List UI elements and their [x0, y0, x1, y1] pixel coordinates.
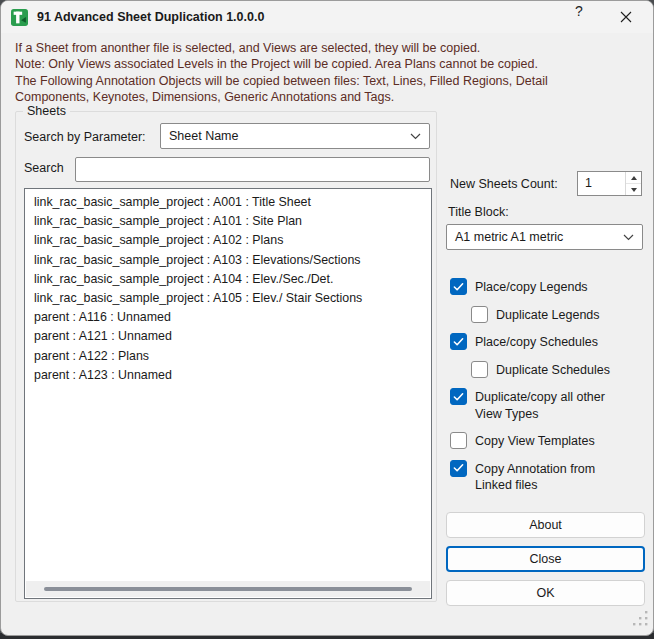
checkbox-row[interactable]: Copy Annotation from Linked files — [450, 460, 643, 494]
checkbox-label: Duplicate Schedules — [496, 361, 610, 379]
intro-line: The Following Annotation Objects will be… — [15, 73, 643, 89]
triangle-down-icon — [631, 188, 637, 192]
chevron-down-icon — [623, 234, 634, 241]
chevron-down-icon — [410, 133, 421, 140]
checkbox-row[interactable]: Duplicate Schedules — [471, 361, 643, 379]
close-window-button[interactable] — [609, 3, 643, 31]
sheet-list-item[interactable]: link_rac_basic_sample_project : A105 : E… — [25, 289, 431, 308]
checkmark-icon — [453, 463, 464, 473]
sheets-groupbox: Sheets Search by Parameter: Sheet Name S… — [15, 111, 437, 602]
new-sheets-count-value[interactable]: 1 — [578, 172, 625, 195]
spinner-down-button[interactable] — [626, 184, 641, 195]
checkbox[interactable] — [450, 278, 467, 295]
dialog-window: 91 Advanced Sheet Duplication 1.0.0.0 ? … — [0, 0, 654, 636]
new-sheets-count-spinner[interactable]: 1 — [577, 171, 642, 196]
intro-line: Note: Only Views associated Levels in th… — [15, 56, 643, 72]
close-icon — [620, 11, 632, 23]
title-block-label: Title Block: — [448, 205, 509, 219]
ok-button[interactable]: OK — [446, 580, 645, 606]
sheet-list-item[interactable]: parent : A123 : Unnamed — [25, 366, 431, 385]
checkbox[interactable] — [471, 306, 488, 323]
checkbox-label: Copy Annotation from Linked files — [475, 460, 627, 494]
checkbox-row[interactable]: Copy View Templates — [450, 432, 643, 450]
checkmark-icon — [453, 282, 464, 292]
checkbox[interactable] — [450, 460, 467, 477]
checkbox-label: Duplicate/copy all other View Types — [475, 388, 627, 422]
search-label: Search — [24, 161, 64, 175]
intro-line: If a Sheet from anonther file is selecte… — [15, 40, 643, 56]
checkbox[interactable] — [450, 388, 467, 405]
sheet-list-item[interactable]: link_rac_basic_sample_project : A103 : E… — [25, 251, 431, 270]
checkbox[interactable] — [450, 432, 467, 449]
checkbox-label: Place/copy Schedules — [475, 333, 598, 351]
checkbox-row[interactable]: Duplicate/copy all other View Types — [450, 388, 643, 422]
intro-line: Components, Keynotes, Dimensions, Generi… — [15, 89, 643, 105]
app-logo-icon — [11, 9, 28, 26]
window-title: 91 Advanced Sheet Duplication 1.0.0.0 — [37, 10, 264, 24]
help-button[interactable]: ? — [575, 3, 609, 31]
horizontal-scrollbar[interactable] — [26, 581, 430, 597]
title-block-dropdown[interactable]: A1 metric A1 metric — [446, 224, 643, 250]
parameter-dropdown-value: Sheet Name — [169, 129, 238, 143]
checkbox[interactable] — [471, 361, 488, 378]
about-button[interactable]: About — [446, 512, 645, 538]
checkbox[interactable] — [450, 333, 467, 350]
spinner-up-button[interactable] — [626, 172, 641, 184]
checkbox-row[interactable]: Duplicate Legends — [471, 306, 643, 324]
groupbox-label: Sheets — [23, 104, 70, 118]
sheet-list-item[interactable]: link_rac_basic_sample_project : A102 : P… — [25, 231, 431, 250]
sheet-list-item[interactable]: parent : A116 : Unnamed — [25, 308, 431, 327]
sheet-list: link_rac_basic_sample_project : A001 : T… — [25, 189, 431, 389]
title-bar: 91 Advanced Sheet Duplication 1.0.0.0 ? — [1, 1, 653, 33]
checkbox-label: Copy View Templates — [475, 432, 595, 450]
resize-grip[interactable] — [633, 611, 648, 626]
sheet-list-item[interactable]: parent : A122 : Plans — [25, 347, 431, 366]
new-sheets-count-label: New Sheets Count: — [450, 177, 558, 191]
checkbox-row[interactable]: Place/copy Legends — [450, 278, 643, 296]
sheet-list-item[interactable]: link_rac_basic_sample_project : A001 : T… — [25, 193, 431, 212]
parameter-dropdown[interactable]: Sheet Name — [160, 123, 430, 149]
sheet-listbox[interactable]: link_rac_basic_sample_project : A001 : T… — [24, 188, 432, 599]
scrollbar-thumb[interactable] — [44, 587, 412, 591]
new-sheets-count-row: New Sheets Count: 1 — [446, 171, 643, 197]
sheet-list-item[interactable]: parent : A121 : Unnamed — [25, 327, 431, 346]
title-block-dropdown-value: A1 metric A1 metric — [455, 230, 563, 244]
sheet-list-item[interactable]: link_rac_basic_sample_project : A104 : E… — [25, 270, 431, 289]
triangle-up-icon — [631, 176, 637, 180]
sheet-list-item[interactable]: link_rac_basic_sample_project : A101 : S… — [25, 212, 431, 231]
close-button[interactable]: Close — [446, 546, 645, 572]
checkbox-label: Duplicate Legends — [496, 306, 600, 324]
checkmark-icon — [453, 392, 464, 402]
checkbox-row[interactable]: Place/copy Schedules — [450, 333, 643, 351]
search-by-parameter-label: Search by Parameter: — [24, 130, 146, 144]
checkmark-icon — [453, 337, 464, 347]
checkbox-label: Place/copy Legends — [475, 278, 588, 296]
action-buttons: About Close OK — [446, 512, 645, 614]
checkbox-group: Place/copy Legends Duplicate Legends — [450, 278, 643, 504]
intro-text: If a Sheet from anonther file is selecte… — [15, 40, 643, 105]
search-input[interactable] — [75, 157, 430, 182]
